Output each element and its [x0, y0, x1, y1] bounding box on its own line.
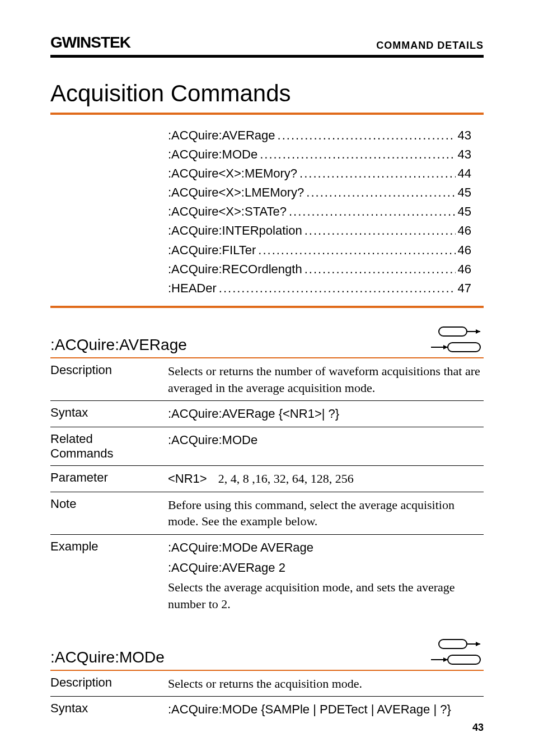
- page-header: GWINSTEK COMMAND DETAILS: [50, 34, 484, 55]
- toc-item: :ACQuire:RECOrdlength 46: [168, 260, 484, 279]
- example-description: Selects the average acquisition mode, an…: [168, 579, 484, 612]
- toc-item-page: 46: [458, 241, 484, 260]
- toc-item-page: 45: [458, 202, 484, 221]
- row-label-note: Note: [50, 497, 168, 530]
- header-underline: [50, 55, 484, 58]
- toc-item-page: 46: [458, 221, 484, 240]
- toc-leader-dots: [289, 202, 456, 221]
- svg-marker-11: [443, 657, 448, 662]
- related-label-1: Related: [50, 432, 93, 446]
- toc-item-label: :ACQuire<X>:MEMory?: [168, 164, 297, 183]
- command-table-average: Description Selects or returns the numbe…: [50, 358, 484, 620]
- set-query-icon: [428, 325, 484, 354]
- table-row: Example :ACQuire:MODe AVERage :ACQuire:A…: [50, 535, 484, 620]
- row-body-related: :ACQuire:MODe: [168, 432, 484, 461]
- toc-item: :ACQuire:AVERage 43: [168, 126, 484, 145]
- toc-bottom-divider: [50, 306, 484, 308]
- row-label-description: Description: [50, 675, 168, 692]
- row-body-description: Selects or returns the number of wavefor…: [168, 363, 484, 396]
- section-heading-row: :ACQuire:MODe: [50, 637, 484, 670]
- toc-item: :ACQuire<X>:STATe? 45: [168, 202, 484, 221]
- row-label-syntax: Syntax: [50, 701, 168, 718]
- toc-item: :ACQuire<X>:MEMory? 44: [168, 164, 484, 183]
- title-divider: [50, 113, 484, 115]
- toc-leader-dots: [258, 241, 455, 260]
- toc-leader-dots: [305, 221, 456, 240]
- svg-rect-3: [448, 343, 480, 352]
- parameter-values: 2, 4, 8 ,16, 32, 64, 128, 256: [218, 470, 354, 487]
- toc-item: :ACQuire<X>:LMEMory? 45: [168, 183, 484, 202]
- toc-leader-dots: [306, 183, 455, 202]
- row-body-example: :ACQuire:MODe AVERage :ACQuire:AVERage 2…: [168, 539, 484, 616]
- row-body-syntax: :ACQuire:MODe {SAMPle | PDETect | AVERag…: [168, 701, 484, 718]
- toc-item-page: 45: [458, 183, 484, 202]
- toc-leader-dots: [260, 145, 455, 164]
- related-value: :ACQuire:MODe: [168, 433, 257, 447]
- svg-rect-6: [439, 640, 467, 648]
- row-label-example: Example: [50, 539, 168, 616]
- table-row: Description Selects or returns the acqui…: [50, 671, 484, 697]
- row-body-description: Selects or returns the acquisition mode.: [168, 675, 484, 692]
- svg-marker-8: [476, 642, 480, 646]
- row-body-note: Before using this command, select the av…: [168, 497, 484, 530]
- svg-rect-9: [448, 655, 480, 664]
- section-heading-average: :ACQuire:AVERage: [50, 336, 187, 354]
- section-label: COMMAND DETAILS: [376, 40, 484, 52]
- toc-item-label: :HEADer: [168, 279, 217, 298]
- page-number: 43: [472, 722, 484, 734]
- toc-item-label: :ACQuire<X>:LMEMory?: [168, 183, 304, 202]
- toc-item-label: :ACQuire:MODe: [168, 145, 257, 164]
- page-title: Acquisition Commands: [50, 80, 484, 107]
- row-body-syntax: :ACQuire:AVERage {<NR1>| ?}: [168, 405, 484, 422]
- row-body-parameter: <NR1> 2, 4, 8 ,16, 32, 64, 128, 256: [168, 470, 484, 487]
- svg-rect-0: [439, 327, 467, 336]
- syntax-text: :ACQuire:AVERage {<NR1>| ?}: [168, 407, 339, 421]
- row-label-related: Related Commands: [50, 432, 168, 461]
- table-row: Syntax :ACQuire:MODe {SAMPle | PDETect |…: [50, 697, 484, 722]
- example-line-1: :ACQuire:MODe AVERage: [168, 539, 484, 556]
- toc-leader-dots: [278, 126, 456, 145]
- example-line-2: :ACQuire:AVERage 2: [168, 559, 484, 576]
- toc-item-label: :ACQuire<X>:STATe?: [168, 202, 287, 221]
- parameter-key: <NR1>: [168, 470, 207, 487]
- brand-logo: GWINSTEK: [50, 34, 130, 52]
- toc-item: :ACQuire:MODe 43: [168, 145, 484, 164]
- table-row: Description Selects or returns the numbe…: [50, 358, 484, 401]
- row-label-description: Description: [50, 363, 168, 396]
- toc-item: :HEADer 47: [168, 279, 484, 298]
- row-label-parameter: Parameter: [50, 470, 168, 487]
- set-query-icon: [428, 637, 484, 666]
- command-table-mode: Description Selects or returns the acqui…: [50, 671, 484, 722]
- toc-item-page: 43: [458, 145, 484, 164]
- syntax-text: :ACQuire:MODe {SAMPle | PDETect | AVERag…: [168, 702, 451, 716]
- section-heading-mode: :ACQuire:MODe: [50, 648, 165, 666]
- toc-leader-dots: [305, 260, 456, 279]
- row-label-syntax: Syntax: [50, 405, 168, 422]
- toc-item: :ACQuire:INTERpolation 46: [168, 221, 484, 240]
- toc-item-page: 44: [458, 164, 484, 183]
- toc-leader-dots: [299, 164, 455, 183]
- toc-leader-dots: [219, 279, 456, 298]
- toc-item-page: 43: [458, 126, 484, 145]
- table-row: Related Commands :ACQuire:MODe: [50, 427, 484, 466]
- toc-item-label: :ACQuire:RECOrdlength: [168, 260, 302, 279]
- toc-item: :ACQuire:FILTer 46: [168, 241, 484, 260]
- toc-item-label: :ACQuire:AVERage: [168, 126, 275, 145]
- table-row: Syntax :ACQuire:AVERage {<NR1>| ?}: [50, 401, 484, 427]
- toc-item-label: :ACQuire:FILTer: [168, 241, 256, 260]
- table-of-contents: :ACQuire:AVERage 43:ACQuire:MODe 43:ACQu…: [168, 126, 484, 298]
- table-row: Parameter <NR1> 2, 4, 8 ,16, 32, 64, 128…: [50, 466, 484, 492]
- related-label-2: Commands: [50, 446, 113, 460]
- svg-marker-5: [443, 345, 448, 349]
- table-row: Note Before using this command, select t…: [50, 492, 484, 535]
- toc-item-label: :ACQuire:INTERpolation: [168, 221, 302, 240]
- section-heading-row: :ACQuire:AVERage: [50, 325, 484, 357]
- toc-item-page: 46: [458, 260, 484, 279]
- svg-marker-2: [476, 329, 480, 334]
- toc-item-page: 47: [458, 279, 484, 298]
